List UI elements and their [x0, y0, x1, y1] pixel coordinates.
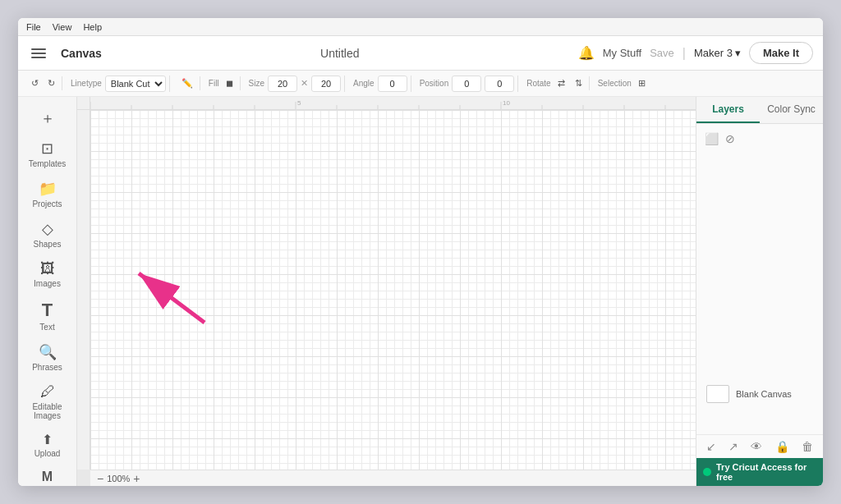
cut-type-group: Linetype Blank Cut Cut Draw [67, 76, 170, 92]
projects-label: Projects [32, 199, 62, 208]
pen-icon[interactable]: ✏️ [178, 76, 196, 90]
panel-delete-btn[interactable]: 🗑 [802, 440, 813, 453]
pos-y-input[interactable] [485, 76, 514, 92]
angle-input[interactable] [378, 76, 407, 92]
sidebar-item-text[interactable]: T Text [22, 295, 73, 337]
height-input[interactable] [311, 76, 341, 92]
menu-file[interactable]: File [26, 22, 41, 32]
undo-button[interactable]: ↺ [28, 76, 42, 90]
redo-button[interactable]: ↻ [44, 76, 58, 90]
ruler-corner [77, 97, 90, 110]
canvas-title: Canvas [61, 47, 102, 60]
maker-selector[interactable]: Maker 3 ▾ [694, 47, 741, 59]
text-label: Text [39, 323, 54, 332]
sidebar-item-templates[interactable]: ⊡ Templates [22, 135, 73, 173]
doc-title: Untitled [110, 47, 570, 60]
flip-group: Rotate ⇄ ⇅ [523, 76, 589, 90]
hamburger-menu[interactable] [28, 45, 49, 62]
text-icon: T [42, 300, 53, 321]
blank-canvas-item[interactable]: Blank Canvas [703, 382, 816, 406]
images-label: Images [34, 279, 61, 288]
canvas-grid[interactable] [90, 110, 696, 470]
fill-label: Fill [209, 79, 219, 88]
angle-label-text: Angle [353, 79, 375, 88]
ruler-horizontal: 510152025303540 [90, 97, 696, 110]
left-sidebar: ＋ ⊡ Templates 📁 Projects ◇ Shapes 🖼 Imag… [18, 97, 77, 486]
top-nav: Canvas Untitled 🔔 My Stuff Save | Maker … [18, 36, 823, 71]
flip-h-btn[interactable]: ⇄ [554, 76, 568, 90]
linetype-select[interactable]: Blank Cut Cut Draw [105, 76, 166, 92]
menu-bar: File View Help [18, 18, 823, 36]
sidebar-item-phrases[interactable]: 🔍 Phrases [22, 338, 73, 377]
angle-group: Angle [350, 76, 411, 92]
app-window: File View Help Canvas Untitled 🔔 My Stuf… [18, 18, 823, 486]
size-label: Size [249, 79, 264, 88]
width-input[interactable] [268, 76, 297, 92]
sidebar-item-upload[interactable]: ⬆ Upload [22, 427, 73, 463]
svg-text:5: 5 [297, 99, 301, 107]
sidebar-item-add[interactable]: ＋ [22, 103, 73, 133]
sidebar-item-monogram[interactable]: M Monogram [22, 465, 73, 486]
linetype-label: Linetype [71, 79, 102, 88]
fill-color[interactable]: ◼ [223, 76, 237, 90]
main-area: ＋ ⊡ Templates 📁 Projects ◇ Shapes 🖼 Imag… [18, 97, 823, 486]
flip-label: Rotate [526, 79, 550, 88]
menu-view[interactable]: View [53, 22, 72, 32]
editable-images-icon: 🖊 [40, 383, 55, 401]
zoom-in-button[interactable]: + [133, 472, 140, 485]
undo-redo-group: ↺ ↻ [25, 76, 62, 90]
chevron-down-icon: ▾ [735, 47, 741, 59]
notification-icon[interactable]: 🔔 [578, 45, 595, 61]
cricut-banner[interactable]: Try Cricut Access for free [696, 458, 823, 486]
panel-move-down-btn[interactable]: ↙ [706, 440, 716, 453]
toolbar: ↺ ↻ Linetype Blank Cut Cut Draw ✏️ Fill … [18, 71, 823, 97]
panel-visibility-btn[interactable]: 👁 [751, 440, 762, 453]
layers-group-btn[interactable]: ⊘ [724, 131, 737, 147]
position-group: Position [416, 76, 519, 92]
svg-text:10: 10 [503, 99, 510, 107]
menu-help[interactable]: Help [83, 22, 102, 32]
make-it-button[interactable]: Make It [749, 42, 813, 64]
right-panel-bottom-icons: ↙ ↗ 👁 🔒 🗑 [696, 434, 823, 458]
projects-icon: 📁 [39, 180, 57, 198]
blank-canvas-thumb [706, 385, 729, 403]
right-panel: Layers Color Sync ⬜ ⊘ Blank Canvas ↙ ↗ 👁… [696, 97, 823, 486]
position-label: Position [420, 79, 449, 88]
size-group: Size ✕ [246, 76, 345, 92]
cricut-banner-text: Try Cricut Access for free [716, 462, 816, 482]
align-btn[interactable]: ⊞ [635, 76, 649, 90]
add-icon: ＋ [40, 108, 55, 128]
blank-canvas-label: Blank Canvas [736, 389, 792, 399]
zoom-out-button[interactable]: − [97, 472, 103, 485]
nav-right: 🔔 My Stuff Save | Maker 3 ▾ Make It [578, 42, 813, 64]
panel-lock-btn[interactable]: 🔒 [775, 440, 789, 453]
tab-colorsync[interactable]: Color Sync [760, 97, 823, 123]
tab-layers[interactable]: Layers [696, 97, 760, 123]
sidebar-item-images[interactable]: 🖼 Images [22, 255, 73, 293]
upload-label: Upload [34, 449, 61, 458]
cricut-dot [703, 468, 711, 476]
upload-icon: ⬆ [42, 432, 53, 447]
zoom-control: − 100% + [97, 472, 140, 485]
pen-tool-group: ✏️ [175, 76, 200, 90]
sidebar-item-shapes[interactable]: ◇ Shapes [22, 215, 73, 254]
templates-label: Templates [29, 159, 67, 168]
my-stuff-link[interactable]: My Stuff [603, 47, 641, 59]
editable-images-label: Editable Images [25, 402, 70, 420]
panel-move-up-btn[interactable]: ↗ [728, 440, 738, 453]
images-icon: 🖼 [40, 260, 55, 277]
selection-group: Selection ⊞ [595, 76, 652, 90]
sidebar-item-projects[interactable]: 📁 Projects [22, 175, 73, 213]
flip-v-btn[interactable]: ⇅ [572, 76, 586, 90]
monogram-icon: M [42, 470, 53, 484]
phrases-label: Phrases [32, 363, 62, 372]
zoom-level: 100% [107, 474, 130, 483]
save-link[interactable]: Save [650, 47, 674, 59]
fill-group: Fill ◼ [205, 76, 241, 90]
sidebar-item-editable-images[interactable]: 🖊 Editable Images [22, 378, 73, 425]
right-panel-tabs: Layers Color Sync [696, 97, 823, 124]
canvas-area[interactable]: 510152025303540 − 100% [77, 97, 696, 486]
layers-add-btn[interactable]: ⬜ [703, 131, 720, 147]
selection-label: Selection [598, 79, 632, 88]
pos-x-input[interactable] [452, 76, 481, 92]
